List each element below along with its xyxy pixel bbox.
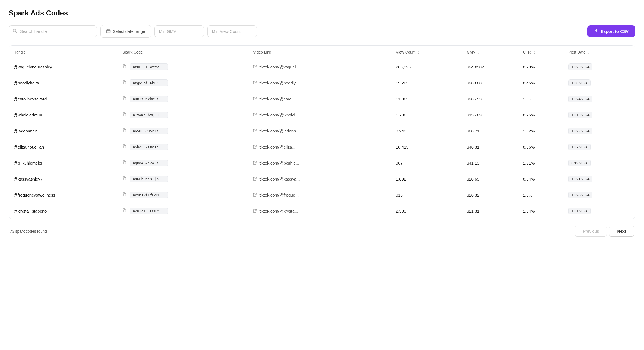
pagination: Previous Next (575, 226, 634, 237)
video-link[interactable]: tiktok.com/@vaguel... (259, 65, 299, 69)
copy-icon[interactable] (122, 144, 126, 148)
date-badge: 10/21/2024 (568, 176, 592, 182)
download-icon (594, 29, 599, 34)
spark-code-badge: #NGHbUeis+jp... (130, 176, 168, 182)
external-link-icon[interactable] (253, 161, 257, 165)
video-link[interactable]: tiktok.com/@jadenn... (259, 129, 299, 133)
table-header-row: Handle Spark Code Video Link View Count … (9, 46, 635, 59)
table-row: @kassyashley7 #NGHbUeis+jp... (9, 171, 635, 187)
video-link[interactable]: tiktok.com/@wholel... (259, 113, 299, 117)
svg-rect-16 (124, 145, 126, 148)
view-count-cell: 5,706 (391, 107, 462, 123)
video-link-cell: tiktok.com/@bkuhle... (249, 155, 391, 171)
svg-line-19 (255, 161, 257, 163)
svg-rect-22 (124, 193, 126, 196)
ctr-cell: 0.75% (519, 107, 564, 123)
gmv-sort-icon (478, 51, 480, 54)
handle-cell: @krystal_stabeno (9, 203, 118, 219)
min-gmv-input[interactable] (154, 25, 204, 37)
video-link[interactable]: tiktok.com/@kassya... (259, 177, 300, 181)
spark-code-badge: #5hZFC2X8eJh... (130, 144, 168, 150)
svg-line-11 (255, 97, 257, 99)
video-link[interactable]: tiktok.com/@eliza.... (259, 145, 296, 149)
date-badge: 10/10/2024 (568, 112, 592, 118)
copy-icon[interactable] (122, 192, 126, 196)
spark-code-cell: #G50F6PH5r1t... (118, 123, 249, 139)
svg-line-17 (255, 145, 257, 147)
col-post-date[interactable]: Post Date (564, 46, 635, 59)
spark-code-cell: #zOHJuTJotzw... (118, 59, 249, 75)
spark-code-cell: #U8TzUnVkaiK... (118, 91, 249, 107)
video-link[interactable]: tiktok.com/@bkuhle... (259, 161, 299, 165)
col-video-link: Video Link (249, 46, 391, 59)
external-link-icon[interactable] (253, 145, 257, 149)
toolbar: Select date range Export to CSV (9, 25, 635, 38)
search-input[interactable] (9, 25, 97, 37)
post-date-cell: 10/24/2024 (564, 91, 635, 107)
copy-icon[interactable] (122, 64, 126, 68)
video-link-cell: tiktok.com/@krysta... (249, 203, 391, 219)
date-badge: 6/19/2024 (568, 160, 591, 166)
copy-icon[interactable] (122, 80, 126, 84)
post-date-cell: 10/23/2024 (564, 187, 635, 203)
copy-icon[interactable] (122, 128, 126, 132)
video-link[interactable]: tiktok.com/@krysta... (259, 209, 298, 213)
svg-rect-12 (124, 113, 126, 116)
table-row: @vaguelyneurospicy #zOHJuTJotzw... (9, 59, 635, 75)
gmv-cell: $155.69 (462, 107, 519, 123)
col-gmv[interactable]: GMV (462, 46, 519, 59)
video-link[interactable]: tiktok.com/@freque... (259, 193, 299, 197)
handle-cell: @eliza.not.elijah (9, 139, 118, 155)
handle-cell: @frequencyofwellness (9, 187, 118, 203)
col-ctr[interactable]: CTR (519, 46, 564, 59)
date-range-button[interactable]: Select date range (100, 25, 151, 38)
export-csv-button[interactable]: Export to CSV (587, 25, 635, 37)
external-link-icon[interactable] (253, 113, 257, 116)
svg-rect-14 (124, 129, 126, 132)
gmv-cell: $80.71 (462, 123, 519, 139)
spark-code-cell: #xynIvfLf6eM... (118, 187, 249, 203)
spark-code-badge: #G50F6PH5r1t... (130, 128, 168, 134)
gmv-cell: $46.31 (462, 139, 519, 155)
copy-icon[interactable] (122, 176, 126, 180)
external-link-icon[interactable] (253, 81, 257, 84)
page-title: Spark Ads Codes (9, 9, 635, 17)
external-link-icon[interactable] (253, 129, 257, 132)
ctr-cell: 1.34% (519, 203, 564, 219)
external-link-icon[interactable] (253, 209, 257, 213)
video-link-cell: tiktok.com/@eliza.... (249, 139, 391, 155)
external-link-icon[interactable] (253, 177, 257, 181)
view-count-sort-icon (418, 51, 420, 54)
external-link-icon[interactable] (253, 65, 257, 68)
svg-line-15 (255, 129, 257, 131)
copy-icon[interactable] (122, 112, 126, 116)
handle-cell: @b_kuhlemeier (9, 155, 118, 171)
table-row: @carolinevsavard #U8TzUnVkaiK... (9, 91, 635, 107)
copy-icon[interactable] (122, 96, 126, 100)
video-link[interactable]: tiktok.com/@caroli... (259, 97, 297, 101)
previous-button[interactable]: Previous (575, 226, 607, 237)
spark-code-cell: #5hZFC2X8eJh... (118, 139, 249, 155)
spark-code-badge: #7VWmeSbVQID... (130, 112, 168, 118)
spark-code-cell: #qBq487iZW+t... (118, 155, 249, 171)
video-link[interactable]: tiktok.com/@noodly... (259, 81, 299, 85)
external-link-icon[interactable] (253, 97, 257, 100)
gmv-cell: $41.13 (462, 155, 519, 171)
view-count-cell: 10,413 (391, 139, 462, 155)
gmv-cell: $2402.07 (462, 59, 519, 75)
copy-icon[interactable] (122, 160, 126, 164)
footer-bar: 73 spark codes found Previous Next (9, 226, 635, 237)
next-button[interactable]: Next (609, 226, 634, 237)
date-badge: 10/24/2024 (568, 96, 592, 102)
date-badge: 10/22/2024 (568, 128, 592, 134)
svg-rect-18 (124, 161, 126, 164)
video-link-cell: tiktok.com/@kassya... (249, 171, 391, 187)
post-date-sort-icon (588, 51, 590, 54)
external-link-icon[interactable] (253, 193, 257, 197)
ctr-cell: 1.5% (519, 91, 564, 107)
calendar-icon (106, 29, 111, 34)
min-view-count-input[interactable] (207, 25, 257, 37)
video-link-cell: tiktok.com/@vaguel... (249, 59, 391, 75)
col-view-count[interactable]: View Count (391, 46, 462, 59)
copy-icon[interactable] (122, 208, 126, 212)
